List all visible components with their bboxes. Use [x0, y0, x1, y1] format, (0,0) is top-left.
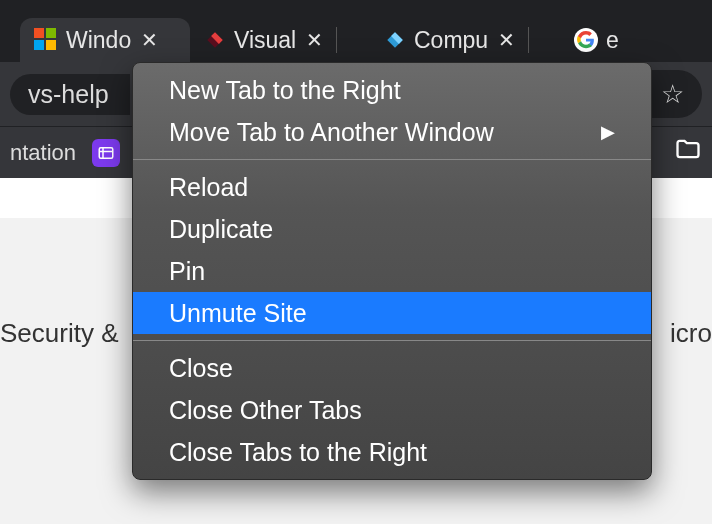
menu-item-pin[interactable]: Pin — [133, 250, 651, 292]
tab-label: Visual — [234, 27, 296, 54]
menu-item-label: Reload — [169, 170, 248, 204]
menu-item-duplicate[interactable]: Duplicate — [133, 208, 651, 250]
submenu-arrow-icon: ▶ — [601, 115, 615, 149]
google-icon — [574, 28, 598, 52]
menu-item-label: Move Tab to Another Window — [169, 115, 494, 149]
menu-item-label: Pin — [169, 254, 205, 288]
tab-windows[interactable]: Windo ✕ — [20, 18, 190, 62]
menu-item-unmute-site[interactable]: Unmute Site — [133, 292, 651, 334]
tab-label: e — [606, 27, 619, 54]
menu-item-close-tabs-to-the-right[interactable]: Close Tabs to the Right — [133, 431, 651, 473]
menu-item-label: Duplicate — [169, 212, 273, 246]
tab-context-menu: New Tab to the RightMove Tab to Another … — [132, 62, 652, 480]
menu-item-label: Close Other Tabs — [169, 393, 362, 427]
tab-close-icon[interactable]: ✕ — [304, 30, 324, 50]
tab-separator — [336, 27, 337, 53]
diamond-icon — [384, 29, 406, 51]
microsoft-icon — [34, 28, 58, 52]
address-bar[interactable]: vs-help — [10, 74, 130, 115]
tab-visual[interactable]: Visual ✕ — [190, 18, 370, 62]
bookmark-item-label[interactable]: ntation — [10, 140, 76, 166]
tab-separator — [528, 27, 529, 53]
menu-item-close[interactable]: Close — [133, 347, 651, 389]
star-icon: ☆ — [661, 79, 684, 110]
menu-separator — [133, 340, 651, 341]
menu-item-label: New Tab to the Right — [169, 73, 401, 107]
tab-compu[interactable]: Compu ✕ — [370, 18, 560, 62]
bookmark-tile-icon[interactable] — [92, 139, 120, 167]
tab-close-icon[interactable]: ✕ — [139, 30, 159, 50]
menu-item-move-tab-to-another-window[interactable]: Move Tab to Another Window▶ — [133, 111, 651, 153]
page-heading-fragment-right: icro — [670, 318, 712, 349]
svg-rect-4 — [99, 147, 113, 158]
menu-separator — [133, 159, 651, 160]
tab-label: Windo — [66, 27, 131, 54]
tab-strip: Windo ✕ Visual ✕ Compu ✕ e — [0, 0, 712, 62]
diamond-icon — [204, 29, 226, 51]
menu-item-reload[interactable]: Reload — [133, 166, 651, 208]
address-text: vs-help — [28, 80, 109, 108]
menu-item-label: Unmute Site — [169, 296, 307, 330]
tab-close-icon[interactable]: ✕ — [496, 30, 516, 50]
menu-item-new-tab-to-the-right[interactable]: New Tab to the Right — [133, 69, 651, 111]
page-heading-fragment-left: Security & — [0, 318, 119, 349]
menu-item-label: Close Tabs to the Right — [169, 435, 427, 469]
tab-label: Compu — [414, 27, 488, 54]
folder-icon[interactable] — [674, 135, 702, 170]
menu-item-close-other-tabs[interactable]: Close Other Tabs — [133, 389, 651, 431]
menu-item-label: Close — [169, 351, 233, 385]
tab-google[interactable]: e — [560, 18, 650, 62]
